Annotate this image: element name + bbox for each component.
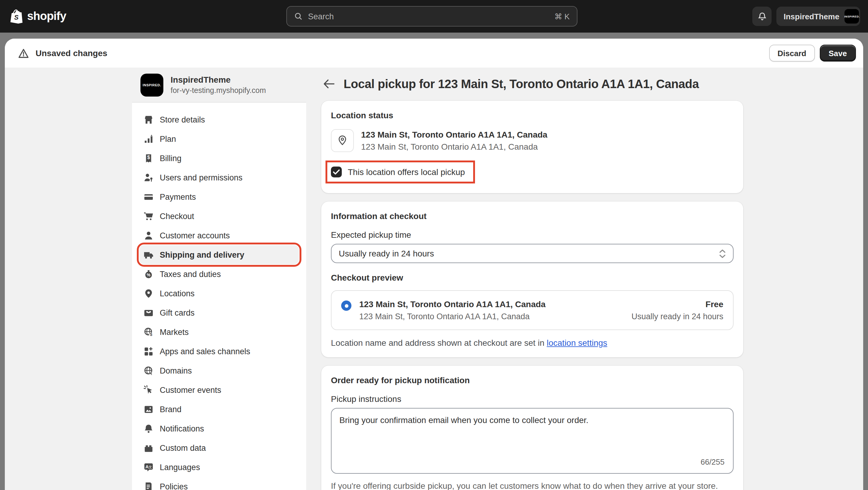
sidebar-item-label: Gift cards xyxy=(160,308,195,317)
warning-icon xyxy=(18,48,29,58)
sidebar-item-label: Markets xyxy=(160,327,189,337)
search-placeholder: Search xyxy=(308,12,334,21)
sidebar-item-label: Custom data xyxy=(160,443,206,452)
sidebar-item-policies[interactable]: Policies xyxy=(139,477,299,490)
plan-icon xyxy=(144,134,154,144)
customer-events-icon xyxy=(144,385,154,395)
sidebar-item-label: Users and permissions xyxy=(160,173,243,182)
account-menu-button[interactable]: InspiredTheme INSPIRED. xyxy=(776,7,860,26)
sidebar-item-label: Apps and sales channels xyxy=(160,347,250,356)
sidebar-item-users-and-permissions[interactable]: Users and permissions xyxy=(139,168,299,187)
search-input[interactable]: Search ⌘ K xyxy=(286,6,578,27)
checkout-cart-icon xyxy=(144,211,154,221)
sidebar-item-domains[interactable]: Domains xyxy=(139,361,299,380)
gift-cards-icon xyxy=(144,308,154,318)
checkout-preview-heading: Checkout preview xyxy=(331,273,734,283)
pickup-instructions-textarea[interactable]: Bring your confirmation email when you c… xyxy=(331,408,734,474)
note-text: Location name and address shown at check… xyxy=(331,338,547,348)
languages-icon: A文 xyxy=(144,462,154,472)
svg-text:$: $ xyxy=(147,154,150,160)
location-settings-link[interactable]: location settings xyxy=(547,338,607,348)
location-status-card: Location status 123 Main St, Toronto Ont… xyxy=(321,101,743,193)
back-button[interactable] xyxy=(321,77,336,91)
location-status-heading: Location status xyxy=(331,110,734,121)
character-counter: 66/255 xyxy=(701,457,724,468)
location-name: 123 Main St, Toronto Ontario A1A 1A1, Ca… xyxy=(361,130,547,139)
sidebar-item-label: Customer accounts xyxy=(160,231,230,240)
svg-text:文: 文 xyxy=(149,465,152,469)
information-at-checkout-card: Information at checkout Expected pickup … xyxy=(321,202,743,357)
account-avatar: INSPIRED. xyxy=(845,9,859,24)
sidebar-item-customer-events[interactable]: Customer events xyxy=(139,380,299,400)
settings-menu: Store detailsPlan$BillingUsers and permi… xyxy=(132,103,306,490)
expected-pickup-time-select[interactable]: Usually ready in 24 hours xyxy=(331,244,734,263)
pickup-notification-card: Order ready for pickup notification Pick… xyxy=(321,366,743,490)
pickup-option-radio[interactable] xyxy=(341,300,351,311)
expected-pickup-time-value: Usually ready in 24 hours xyxy=(339,249,434,258)
sidebar-item-label: Policies xyxy=(160,482,188,490)
discard-button[interactable]: Discard xyxy=(769,45,815,62)
sidebar-item-languages[interactable]: A文Languages xyxy=(139,457,299,477)
sidebar-item-customer-accounts[interactable]: Customer accounts xyxy=(139,226,299,245)
sidebar-item-plan[interactable]: Plan xyxy=(139,129,299,148)
sidebar-item-taxes-and-duties[interactable]: %Taxes and duties xyxy=(139,264,299,284)
settings-body: INSPIRED. InspiredTheme for-vy-testing.m… xyxy=(5,67,863,490)
settings-sidebar: INSPIRED. InspiredTheme for-vy-testing.m… xyxy=(132,67,306,490)
sidebar-item-label: Notifications xyxy=(160,424,204,433)
sidebar-item-payments[interactable]: Payments xyxy=(139,187,299,206)
sidebar-item-label: Locations xyxy=(160,289,195,298)
sidebar-item-locations[interactable]: Locations xyxy=(139,284,299,303)
svg-text:S: S xyxy=(14,13,19,21)
payments-icon xyxy=(144,192,154,202)
local-pickup-checkbox[interactable] xyxy=(331,167,342,177)
checkmark-icon xyxy=(333,169,340,175)
svg-text:%: % xyxy=(147,272,150,277)
sidebar-item-brand[interactable]: Brand xyxy=(139,400,299,419)
select-updown-icon xyxy=(719,249,726,258)
page-title: Local pickup for 123 Main St, Toronto On… xyxy=(344,77,699,91)
billing-icon: $ xyxy=(144,153,154,163)
back-arrow-icon xyxy=(323,79,334,89)
sidebar-item-billing[interactable]: $Billing xyxy=(139,148,299,168)
sidebar-item-label: Billing xyxy=(160,153,181,163)
location-settings-note: Location name and address shown at check… xyxy=(331,338,734,348)
preview-price: Free xyxy=(631,299,723,309)
sidebar-item-label: Store details xyxy=(160,115,205,124)
shopify-bag-icon: S xyxy=(10,8,24,24)
preview-eta: Usually ready in 24 hours xyxy=(631,312,723,321)
sidebar-item-label: Customer events xyxy=(160,385,221,394)
sidebar-item-shipping-and-delivery[interactable]: Shipping and delivery xyxy=(139,245,299,264)
locations-pin-icon xyxy=(144,288,154,298)
sidebar-item-label: Plan xyxy=(160,134,176,143)
customer-accounts-icon xyxy=(144,230,154,240)
shopify-logo[interactable]: S shopify xyxy=(10,0,66,33)
custom-data-icon xyxy=(144,443,154,453)
sidebar-item-label: Payments xyxy=(160,192,196,201)
sidebar-item-label: Checkout xyxy=(160,211,194,221)
sidebar-item-store-details[interactable]: Store details xyxy=(139,110,299,129)
sidebar-item-gift-cards[interactable]: Gift cards xyxy=(139,303,299,322)
sidebar-item-custom-data[interactable]: Custom data xyxy=(139,438,299,457)
sidebar-item-markets[interactable]: $Markets xyxy=(139,322,299,342)
svg-text:$: $ xyxy=(150,332,152,337)
notifications-button[interactable] xyxy=(752,7,772,26)
search-icon xyxy=(294,12,303,21)
sidebar-item-apps-and-sales-channels[interactable]: Apps and sales channels xyxy=(139,342,299,361)
sidebar-item-notifications[interactable]: Notifications xyxy=(139,419,299,438)
location-row: 123 Main St, Toronto Ontario A1A 1A1, Ca… xyxy=(331,129,734,152)
preview-location-name: 123 Main St, Toronto Ontario A1A 1A1, Ca… xyxy=(359,299,624,309)
save-button[interactable]: Save xyxy=(819,45,856,62)
bell-icon xyxy=(757,11,767,22)
settings-modal: Unsaved changes Discard Save INSPIRED. I… xyxy=(5,39,863,490)
storefront-icon xyxy=(144,114,154,125)
store-header: INSPIRED. InspiredTheme for-vy-testing.m… xyxy=(132,67,306,103)
store-domain: for-vy-testing.myshopify.com xyxy=(170,85,266,96)
sidebar-item-checkout[interactable]: Checkout xyxy=(139,206,299,226)
store-name: InspiredTheme xyxy=(170,74,266,85)
unsaved-changes-message: Unsaved changes xyxy=(36,48,107,58)
notifications-bell-icon xyxy=(144,423,154,434)
local-pickup-checkbox-label: This location offers local pickup xyxy=(348,167,465,177)
apps-icon xyxy=(144,346,154,356)
main-content: Local pickup for 123 Main St, Toronto On… xyxy=(321,67,743,490)
top-bar: S shopify Search ⌘ K InspiredTheme INSPI… xyxy=(0,0,868,33)
